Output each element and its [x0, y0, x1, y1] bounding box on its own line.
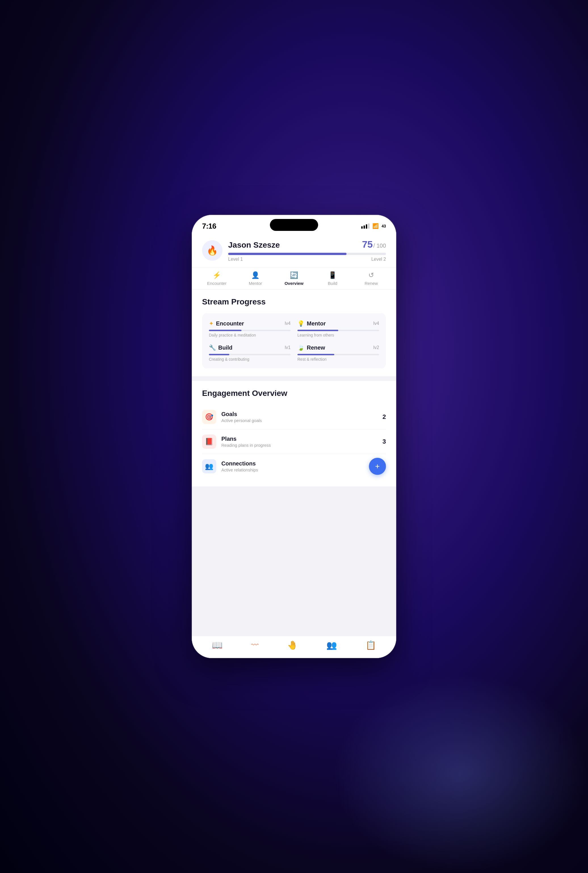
tab-mentor[interactable]: 👤 Mentor: [244, 271, 267, 286]
encounter-stream-icon: ✦: [209, 320, 214, 327]
renew-stream-level: lv2: [374, 345, 379, 350]
status-bar: 7:16 📶 43: [192, 215, 396, 232]
plans-title: Plans: [221, 436, 382, 442]
avatar-icon: 🔥: [207, 245, 218, 256]
people-tab-icon: 👥: [326, 640, 337, 650]
overview-tab-label: Overview: [285, 281, 304, 286]
bottom-tab-book[interactable]: 📖: [212, 640, 222, 650]
signal-bar-1: [361, 226, 363, 228]
stream-mentor-name-row: 💡 Mentor: [297, 320, 326, 327]
battery-level: 43: [381, 224, 386, 228]
profile-row: 🔥 Jason Szesze 75 / 100 Level 1: [202, 239, 386, 262]
stream-item-build: 🔧 Build lv1 Creating & contributing: [209, 344, 291, 362]
bottom-tab-notes[interactable]: 📋: [366, 640, 376, 650]
signal-bar-4: [368, 224, 369, 228]
stream-grid: ✦ Encounter lv4 Daily practice & meditat…: [202, 313, 386, 368]
goals-count: 2: [382, 413, 386, 421]
plans-count: 3: [382, 438, 386, 445]
stream-renew-name-row: 🍃 Renew: [297, 344, 325, 351]
add-connection-fab[interactable]: +: [369, 458, 386, 475]
main-scroll-area[interactable]: Stream Progress ✦ Encounter lv4: [192, 289, 396, 636]
renew-stream-icon: 🍃: [297, 344, 304, 351]
signal-bar-2: [363, 225, 365, 228]
phone-content: 🔥 Jason Szesze 75 / 100 Level 1: [192, 232, 396, 658]
connections-subtitle: Active relationships: [221, 467, 380, 472]
tab-build[interactable]: 📱 Build: [321, 271, 344, 286]
renew-tab-label: Renew: [364, 281, 378, 286]
engagement-item-goals[interactable]: 🎯 Goals Active personal goals 2: [202, 405, 386, 430]
xp-progress-fill: [228, 253, 346, 255]
renew-tab-icon: ↺: [368, 271, 374, 279]
mentor-stream-level: lv4: [374, 321, 379, 326]
plans-icon-wrap: 📕: [202, 434, 216, 449]
xp-progress-bar: [228, 253, 386, 255]
mentor-progress-bar: [297, 330, 379, 331]
engagement-item-connections[interactable]: 👥 Connections Active relationships + 7: [202, 454, 386, 479]
stream-build-name-row: 🔧 Build: [209, 344, 232, 351]
level-end-label: Level 2: [371, 257, 386, 262]
encounter-tab-icon: ⚡: [213, 271, 221, 279]
build-tab-label: Build: [328, 281, 337, 286]
mentor-stream-desc: Learning from others: [297, 333, 379, 337]
build-stream-level: lv1: [285, 345, 291, 350]
connections-title: Connections: [221, 460, 380, 467]
stream-progress-title: Stream Progress: [202, 298, 386, 307]
build-stream-desc: Creating & contributing: [209, 357, 291, 362]
notes-tab-icon: 📋: [366, 640, 376, 650]
renew-progress-bar: [297, 354, 379, 355]
tab-renew[interactable]: ↺ Renew: [360, 271, 382, 286]
encounter-progress-fill: [209, 330, 242, 331]
stream-item-encounter: ✦ Encounter lv4 Daily practice & meditat…: [209, 320, 291, 337]
engagement-overview-title: Engagement Overview: [202, 389, 386, 398]
bottom-tab-waves[interactable]: 〰: [251, 641, 258, 649]
encounter-stream-desc: Daily practice & meditation: [209, 333, 291, 337]
stream-mentor-header: 💡 Mentor lv4: [297, 320, 379, 327]
renew-stream-desc: Rest & reflection: [297, 357, 379, 362]
progress-labels: Level 1 Level 2: [228, 257, 386, 262]
status-icons: 📶 43: [361, 223, 386, 229]
overview-tab-icon: 🔄: [290, 271, 298, 279]
engagement-overview-section: Engagement Overview 🎯 Goals Active perso…: [192, 381, 396, 487]
score-value: 75: [362, 239, 373, 250]
plans-icon: 📕: [205, 438, 213, 446]
build-stream-name: Build: [218, 344, 232, 351]
mentor-stream-icon: 💡: [297, 320, 304, 327]
bottom-tab-flame[interactable]: 🤚: [287, 640, 298, 650]
tab-overview[interactable]: 🔄 Overview: [283, 271, 305, 286]
build-tab-icon: 📱: [328, 271, 337, 279]
stream-build-header: 🔧 Build lv1: [209, 344, 291, 351]
tab-encounter[interactable]: ⚡ Encounter: [206, 271, 228, 286]
signal-bar-3: [366, 224, 367, 228]
plans-text: Plans Reading plans in progress: [221, 436, 382, 448]
flame-tab-icon: 🤚: [287, 640, 298, 650]
build-stream-icon: 🔧: [209, 344, 216, 351]
engagement-item-plans[interactable]: 📕 Plans Reading plans in progress 3: [202, 430, 386, 454]
stream-item-renew: 🍃 Renew lv2 Rest & reflection: [297, 344, 379, 362]
bottom-tab-bar: 📖 〰 🤚 👥 📋: [192, 636, 396, 658]
profile-name: Jason Szesze: [228, 240, 280, 249]
profile-info: Jason Szesze 75 / 100 Level 1 Level 2: [228, 239, 386, 262]
wifi-icon: 📶: [372, 223, 379, 229]
build-progress-fill: [209, 354, 229, 355]
connections-icon-wrap: 👥: [202, 459, 216, 473]
goals-title: Goals: [221, 411, 382, 418]
connections-icon: 👥: [205, 462, 213, 470]
waves-tab-icon: 〰: [251, 641, 258, 649]
stream-encounter-header: ✦ Encounter lv4: [209, 320, 291, 327]
profile-section: 🔥 Jason Szesze 75 / 100 Level 1: [192, 232, 396, 267]
signal-bars-icon: [361, 224, 369, 228]
encounter-stream-level: lv4: [285, 321, 291, 326]
plans-subtitle: Reading plans in progress: [221, 443, 382, 448]
encounter-stream-name: Encounter: [216, 320, 244, 327]
stream-renew-header: 🍃 Renew lv2: [297, 344, 379, 351]
status-time: 7:16: [202, 222, 216, 231]
connections-text: Connections Active relationships: [221, 460, 380, 472]
stream-item-mentor: 💡 Mentor lv4 Learning from others: [297, 320, 379, 337]
avatar: 🔥: [202, 240, 222, 261]
encounter-tab-label: Encounter: [207, 281, 226, 286]
mentor-tab-label: Mentor: [249, 281, 262, 286]
phone-frame: 7:16 📶 43 🔥 Jason Szesze: [192, 215, 396, 658]
bottom-tab-people[interactable]: 👥: [326, 640, 337, 650]
mentor-tab-icon: 👤: [251, 271, 260, 279]
stream-encounter-name-row: ✦ Encounter: [209, 320, 244, 327]
